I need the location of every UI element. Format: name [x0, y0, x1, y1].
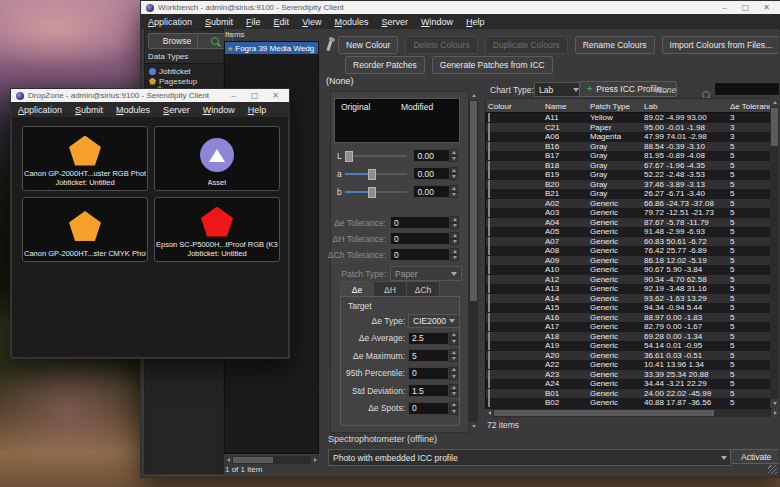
b-value-input[interactable]: 0.00: [413, 185, 449, 198]
sidebar-item-pagesetup[interactable]: Pagesetup: [149, 77, 197, 86]
col-patch-type[interactable]: Patch Type: [590, 102, 639, 111]
minimize-icon[interactable]: –: [716, 1, 733, 14]
table-row-B02[interactable]: B02Generic40.88 17.87 -36.565: [486, 398, 771, 408]
e-type-select[interactable]: CIE2000: [408, 314, 460, 328]
spinner-buttons[interactable]: [449, 384, 458, 397]
ch-tolerance-input[interactable]: 0: [390, 248, 450, 261]
col-lab[interactable]: Lab: [644, 102, 730, 111]
table-row-B18[interactable]: B18Gray67.67 -1.96 -4.355: [486, 161, 771, 171]
table-row-C21[interactable]: C21Paper95.00 -0.01 -1.983: [486, 123, 771, 133]
close-icon[interactable]: ✕: [267, 89, 284, 102]
slider-handle[interactable]: [368, 187, 376, 198]
rename-colours-button[interactable]: Rename Colours: [575, 36, 655, 54]
spin-down-icon[interactable]: [450, 223, 459, 230]
workbench-titlebar[interactable]: Workbench - admin@sirius:9100 - Serendip…: [141, 1, 780, 14]
table-row-B17[interactable]: B17Gray81.95 -0.89 -4.085: [486, 151, 771, 161]
menu-edit[interactable]: Edit: [274, 17, 290, 27]
dropzone-card-epson-sc-p5000h-tproof-rgb-k3[interactable]: Epson SC-P5000H...tProof RGB (K3)Jobtick…: [154, 197, 280, 262]
95th-percentile-input[interactable]: 0: [408, 367, 449, 380]
table-hscrollbar[interactable]: [485, 409, 779, 417]
maximize-icon[interactable]: ▢: [737, 1, 754, 14]
menu-application[interactable]: Application: [148, 17, 192, 27]
dropzone-titlebar[interactable]: DropZone - admin@sirius:9100 - Serendipi…: [11, 89, 289, 102]
table-row-A18[interactable]: A18Generic69.28 0.00 -1.345: [486, 332, 771, 342]
spinner-buttons[interactable]: [450, 167, 458, 180]
menu-submit[interactable]: Submit: [205, 17, 233, 27]
e-spots-input[interactable]: 0: [408, 402, 449, 415]
editor-vscrollbar[interactable]: [469, 91, 478, 431]
spin-down-icon[interactable]: [449, 373, 458, 380]
resize-grip[interactable]: [768, 465, 777, 474]
table-row-A08[interactable]: A08Generic76.42 25.77 -6.895: [486, 246, 771, 256]
tab-e[interactable]: Δe: [340, 281, 374, 297]
l-slider[interactable]: [345, 155, 407, 157]
spinner-buttons[interactable]: [449, 332, 458, 345]
table-search-input[interactable]: [714, 82, 779, 96]
menu-window[interactable]: Window: [203, 105, 235, 115]
list-item-selected[interactable]: ★ Fogra 39 Media Wedg: [225, 42, 318, 54]
spin-down-icon[interactable]: [449, 338, 458, 345]
col-tolerance[interactable]: Δe Tolerance: [730, 102, 770, 111]
table-row-A07[interactable]: A07Generic60.83 50.61 -6.725: [486, 237, 771, 247]
spinner-buttons[interactable]: [449, 402, 458, 415]
new-colour-button[interactable]: New Colour: [338, 36, 398, 54]
table-row-A22[interactable]: A22Generic10.41 13.96 1.345: [486, 360, 771, 370]
table-row-A15[interactable]: A15Generic94.34 -0.94 5.445: [486, 303, 771, 313]
b-slider[interactable]: [345, 191, 407, 193]
l-value-input[interactable]: 0.00: [413, 149, 449, 162]
menu-application[interactable]: Application: [18, 105, 62, 115]
import-colours-from-files-button[interactable]: Import Colours from Files...: [662, 36, 779, 54]
items-hscrollbar[interactable]: [224, 456, 319, 464]
spin-down-icon[interactable]: [449, 408, 458, 415]
col-colour[interactable]: Colour: [486, 102, 545, 111]
e-tolerance-input[interactable]: 0: [390, 216, 450, 229]
spin-down-icon[interactable]: [450, 192, 458, 199]
col-name[interactable]: Name: [545, 102, 590, 111]
table-row-A12[interactable]: A12Generic90.34 -4.70 62.585: [486, 275, 771, 285]
table-row-A23[interactable]: A23Generic33.39 25.34 20.885: [486, 370, 771, 380]
close-icon[interactable]: ✕: [758, 1, 775, 14]
spinner-buttons[interactable]: [449, 349, 458, 362]
spin-down-icon[interactable]: [450, 156, 458, 163]
menu-window[interactable]: Window: [421, 17, 453, 27]
table-row-A04[interactable]: A04Generic87.67 -5.78 -11.795: [486, 218, 771, 228]
spinner-buttons[interactable]: [450, 232, 459, 245]
spinner-buttons[interactable]: [450, 216, 459, 229]
reorder-patches-button[interactable]: Reorder Patches: [345, 56, 425, 74]
menu-server[interactable]: Server: [163, 105, 190, 115]
menu-modules[interactable]: Modules: [334, 17, 368, 27]
spin-down-icon[interactable]: [450, 174, 458, 181]
table-row-A19[interactable]: A19Generic54.14 0.01 -0.955: [486, 341, 771, 351]
chart-type-select[interactable]: Lab: [534, 82, 584, 97]
minimize-icon[interactable]: –: [225, 89, 242, 102]
menu-submit[interactable]: Submit: [75, 105, 103, 115]
table-row-B16[interactable]: B16Gray88.54 -0.39 -3.105: [486, 142, 771, 152]
dropzone-card-canon-gp-2000ht-ster-cmyk-photo[interactable]: Canon GP-2000HT...ster CMYK Photo: [22, 197, 148, 262]
dropzone-card-asset[interactable]: Asset: [154, 126, 280, 191]
table-row-A06[interactable]: A06Magenta47.99 74.01 -2.983: [486, 132, 771, 142]
spin-down-icon[interactable]: [449, 356, 458, 363]
menu-file[interactable]: File: [246, 17, 261, 27]
activate-button[interactable]: Activate: [730, 449, 779, 464]
menu-help[interactable]: Help: [466, 17, 485, 27]
a-slider[interactable]: [345, 173, 407, 175]
maximize-icon[interactable]: ▢: [246, 89, 263, 102]
menu-server[interactable]: Server: [382, 17, 409, 27]
table-row-A20[interactable]: A20Generic36.61 0.03 -0.515: [486, 351, 771, 361]
spinner-buttons[interactable]: [450, 149, 458, 162]
spinner-buttons[interactable]: [450, 248, 459, 261]
table-row-A02[interactable]: A02Generic66.86 -24.73 -37.085: [486, 199, 771, 209]
spinner-buttons[interactable]: [450, 185, 458, 198]
slider-handle[interactable]: [345, 151, 353, 162]
spinner-buttons[interactable]: [449, 367, 458, 380]
tab-ch[interactable]: ΔCh: [406, 281, 440, 297]
e-average-input[interactable]: 2.5: [408, 332, 449, 345]
spin-down-icon[interactable]: [450, 255, 459, 262]
table-vscrollbar[interactable]: [770, 98, 779, 408]
table-row-B21[interactable]: B21Gray26.27 -6.71 -3.405: [486, 189, 771, 199]
table-row-A11[interactable]: A11Yellow89.02 -4.99 93.003: [486, 113, 771, 123]
table-row-B20[interactable]: B20Gray37.46 -3.89 -3.135: [486, 180, 771, 190]
slider-handle[interactable]: [368, 169, 376, 180]
table-row-A03[interactable]: A03Generic79.72 -12.51 -21.735: [486, 208, 771, 218]
std-deviation-input[interactable]: 1.5: [408, 384, 449, 397]
